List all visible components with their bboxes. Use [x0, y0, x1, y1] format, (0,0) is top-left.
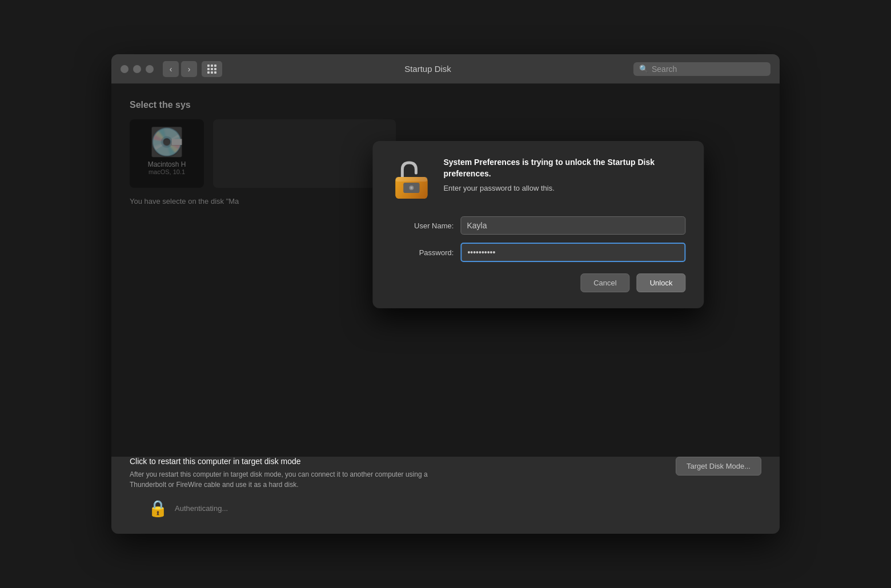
search-icon: 🔍: [639, 65, 648, 73]
bottom-section: Click to restart this computer in target…: [111, 457, 780, 534]
dialog-subtitle: Enter your password to allow this.: [443, 184, 685, 192]
footer-lock-icon: 🔒: [148, 499, 168, 518]
target-disk-button[interactable]: Target Disk Mode...: [676, 457, 761, 476]
target-disk-info: Click to restart this computer in target…: [130, 457, 461, 490]
target-disk-title: Click to restart this computer in target…: [130, 457, 461, 466]
lock-icon: [391, 157, 432, 203]
svg-rect-2: [395, 177, 427, 182]
username-input[interactable]: [460, 216, 685, 235]
target-disk-row: Click to restart this computer in target…: [130, 457, 761, 490]
dialog-text: System Preferences is trying to unlock t…: [443, 157, 685, 192]
main-window: ‹ › Startup Disk 🔍 Select the sys: [111, 54, 780, 534]
nav-buttons: ‹ ›: [163, 61, 222, 77]
traffic-lights: [121, 65, 154, 73]
dialog-buttons: Cancel Unlock: [391, 273, 685, 292]
password-label: Password:: [391, 248, 453, 257]
dialog-header: System Preferences is trying to unlock t…: [391, 157, 685, 203]
maximize-button[interactable]: [146, 65, 154, 73]
svg-point-8: [410, 187, 412, 189]
username-label: User Name:: [391, 221, 453, 230]
target-disk-desc: After you restart this computer in targe…: [130, 469, 461, 490]
forward-button[interactable]: ›: [181, 61, 197, 77]
dialog-title: System Preferences is trying to unlock t…: [443, 157, 685, 179]
password-input[interactable]: [460, 243, 685, 262]
titlebar: ‹ › Startup Disk 🔍: [111, 54, 780, 84]
search-input[interactable]: [652, 65, 765, 74]
auth-dialog: System Preferences is trying to unlock t…: [372, 141, 704, 308]
close-button[interactable]: [121, 65, 129, 73]
password-row: Password:: [391, 243, 685, 262]
window-title: Startup Disk: [222, 64, 633, 74]
footer-lock: 🔒 Authenticating...: [130, 499, 761, 518]
username-row: User Name:: [391, 216, 685, 235]
cancel-button[interactable]: Cancel: [580, 273, 629, 292]
forward-icon: ›: [188, 65, 191, 74]
unlock-button[interactable]: Unlock: [637, 273, 686, 292]
grid-icon: [207, 65, 216, 74]
search-bar[interactable]: 🔍: [633, 62, 770, 76]
minimize-button[interactable]: [133, 65, 141, 73]
back-icon: ‹: [170, 65, 172, 74]
back-button[interactable]: ‹: [163, 61, 179, 77]
grid-view-button[interactable]: [202, 61, 222, 77]
auth-status-text: Authenticating...: [175, 504, 228, 513]
main-content: Select the sys 💽 Macintosh H macOS, 10.1…: [111, 84, 780, 457]
